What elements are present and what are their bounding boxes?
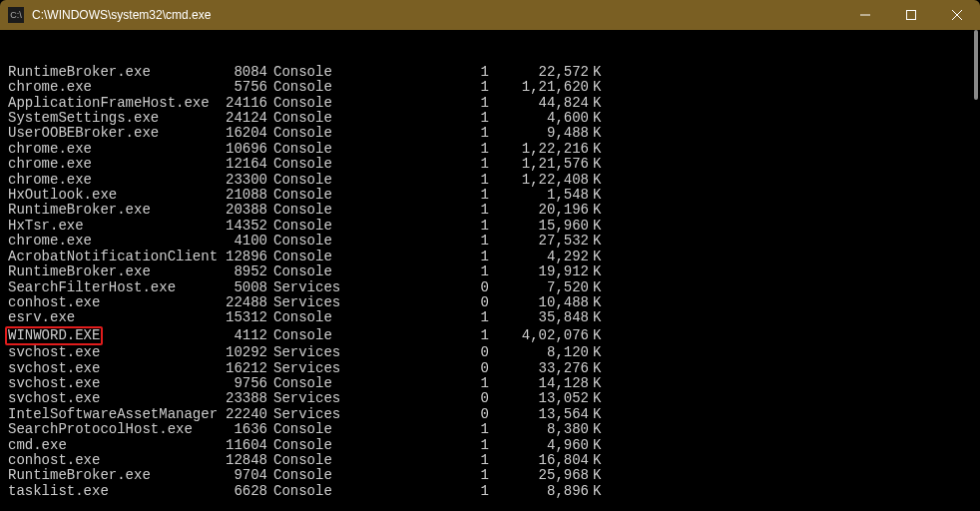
process-row: SystemSettings.exe24124Console14,600K bbox=[8, 111, 972, 126]
process-pid: 21088 bbox=[208, 188, 267, 203]
maximize-button[interactable] bbox=[888, 0, 934, 30]
process-row: chrome.exe12164Console11,21,576K bbox=[8, 157, 972, 172]
process-row: UserOOBEBroker.exe16204Console19,488K bbox=[8, 126, 972, 141]
process-session-name: Services bbox=[267, 345, 339, 360]
process-session-name: Console bbox=[267, 422, 339, 437]
process-session-number: 0 bbox=[339, 280, 489, 295]
process-session-number: 0 bbox=[339, 391, 489, 406]
process-row: chrome.exe4100Console127,532K bbox=[8, 234, 972, 249]
process-memory-unit: K bbox=[589, 328, 609, 343]
process-name: AcrobatNotificationClient bbox=[8, 250, 208, 264]
process-session-number: 1 bbox=[339, 142, 489, 157]
process-pid: 20388 bbox=[208, 203, 267, 218]
process-pid: 15312 bbox=[208, 310, 267, 325]
process-memory-unit: K bbox=[589, 438, 609, 453]
process-pid: 6628 bbox=[208, 484, 267, 499]
process-name: SystemSettings.exe bbox=[8, 111, 208, 126]
process-session-number: 1 bbox=[339, 376, 489, 391]
process-pid: 16212 bbox=[208, 361, 267, 376]
process-name: chrome.exe bbox=[8, 157, 208, 172]
process-row: tasklist.exe6628Console18,896K bbox=[8, 484, 972, 499]
close-button[interactable] bbox=[934, 0, 980, 30]
process-session-name: Console bbox=[267, 203, 339, 218]
process-pid: 24116 bbox=[208, 96, 267, 111]
process-session-name: Console bbox=[267, 234, 339, 249]
process-pid: 8952 bbox=[208, 264, 267, 279]
maximize-icon bbox=[906, 10, 916, 20]
process-memory: 8,896 bbox=[489, 484, 589, 499]
process-session-number: 1 bbox=[339, 126, 489, 141]
process-name: HxOutlook.exe bbox=[8, 188, 208, 203]
process-row: chrome.exe5756Console11,21,620K bbox=[8, 80, 972, 95]
process-session-number: 1 bbox=[339, 111, 489, 126]
process-pid: 4100 bbox=[208, 234, 267, 249]
process-session-name: Console bbox=[267, 65, 339, 80]
process-memory: 9,488 bbox=[489, 126, 589, 141]
process-session-number: 1 bbox=[339, 453, 489, 468]
process-session-number: 1 bbox=[339, 219, 489, 234]
process-memory: 25,968 bbox=[489, 468, 589, 483]
process-pid: 14352 bbox=[208, 219, 267, 234]
process-memory-unit: K bbox=[589, 453, 609, 468]
process-memory-unit: K bbox=[589, 80, 609, 95]
process-name: esrv.exe bbox=[8, 310, 208, 325]
process-session-number: 0 bbox=[339, 345, 489, 360]
process-memory-unit: K bbox=[589, 188, 609, 203]
process-name: svchost.exe bbox=[8, 361, 208, 376]
process-name: ApplicationFrameHost.exe bbox=[8, 96, 208, 111]
process-session-name: Services bbox=[267, 391, 339, 406]
process-memory-unit: K bbox=[589, 65, 609, 80]
process-name: RuntimeBroker.exe bbox=[8, 203, 208, 218]
process-session-name: Console bbox=[267, 453, 339, 468]
window-title: C:\WINDOWS\system32\cmd.exe bbox=[32, 8, 211, 22]
process-session-number: 1 bbox=[339, 310, 489, 325]
minimize-button[interactable] bbox=[842, 0, 888, 30]
scrollbar-thumb[interactable] bbox=[974, 30, 978, 100]
process-memory-unit: K bbox=[589, 407, 609, 422]
process-memory: 15,960 bbox=[489, 219, 589, 234]
process-memory: 7,520 bbox=[489, 280, 589, 295]
process-row: svchost.exe9756Console114,128K bbox=[8, 376, 972, 391]
process-memory-unit: K bbox=[589, 250, 609, 264]
process-pid: 12164 bbox=[208, 157, 267, 172]
process-memory-unit: K bbox=[589, 484, 609, 499]
process-memory: 1,22,408 bbox=[489, 173, 589, 188]
process-session-name: Console bbox=[267, 111, 339, 126]
process-row: RuntimeBroker.exe20388Console120,196K bbox=[8, 203, 972, 218]
process-session-name: Console bbox=[267, 188, 339, 203]
process-memory-unit: K bbox=[589, 157, 609, 172]
process-memory: 4,960 bbox=[489, 438, 589, 453]
process-memory-unit: K bbox=[589, 345, 609, 360]
process-session-number: 1 bbox=[339, 96, 489, 111]
process-session-name: Services bbox=[267, 295, 339, 310]
process-session-number: 0 bbox=[339, 295, 489, 310]
process-memory-unit: K bbox=[589, 376, 609, 391]
process-name: svchost.exe bbox=[8, 345, 208, 360]
process-pid: 23388 bbox=[208, 391, 267, 406]
process-memory-unit: K bbox=[589, 96, 609, 111]
process-memory: 33,276 bbox=[489, 361, 589, 376]
process-session-name: Services bbox=[267, 280, 339, 295]
process-row: WINWORD.EXE4112Console14,02,076K bbox=[8, 326, 972, 345]
minimize-icon bbox=[860, 10, 870, 20]
process-name: RuntimeBroker.exe bbox=[8, 65, 208, 80]
process-row: conhost.exe22488Services010,488K bbox=[8, 295, 972, 310]
process-session-number: 0 bbox=[339, 407, 489, 422]
process-memory: 20,196 bbox=[489, 203, 589, 218]
process-session-name: Console bbox=[267, 80, 339, 95]
process-pid: 9756 bbox=[208, 376, 267, 391]
process-session-name: Console bbox=[267, 328, 339, 343]
process-memory-unit: K bbox=[589, 422, 609, 437]
process-pid: 10292 bbox=[208, 345, 267, 360]
process-pid: 24124 bbox=[208, 111, 267, 126]
terminal-output[interactable]: RuntimeBroker.exe8084Console122,572Kchro… bbox=[0, 30, 980, 511]
process-name: UserOOBEBroker.exe bbox=[8, 126, 208, 141]
process-row: svchost.exe10292Services08,120K bbox=[8, 345, 972, 360]
process-row: RuntimeBroker.exe8084Console122,572K bbox=[8, 65, 972, 80]
process-memory-unit: K bbox=[589, 264, 609, 279]
process-pid: 5756 bbox=[208, 80, 267, 95]
process-pid: 8084 bbox=[208, 65, 267, 80]
process-name: chrome.exe bbox=[8, 142, 208, 157]
process-name: svchost.exe bbox=[8, 391, 208, 406]
process-session-number: 1 bbox=[339, 422, 489, 437]
